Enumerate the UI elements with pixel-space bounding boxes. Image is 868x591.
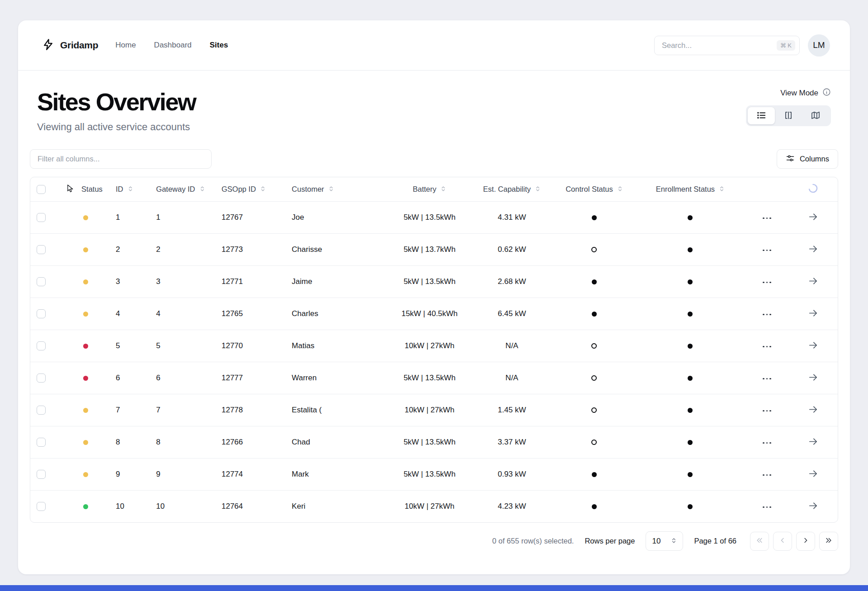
arrow-right-icon	[808, 313, 818, 320]
cell-gsopp-id: 12764	[215, 490, 285, 522]
row-checkbox[interactable]	[37, 277, 46, 286]
enrollment-status-dot	[688, 215, 693, 220]
row-menu-button[interactable]	[761, 278, 773, 287]
table-footer: 0 of 655 row(s) selected. Rows per page …	[30, 523, 838, 551]
row-menu-button[interactable]	[761, 503, 773, 512]
info-icon[interactable]	[822, 88, 831, 99]
column-header-est-capability[interactable]: Est. Capability	[470, 177, 553, 201]
sort-icon	[440, 185, 446, 194]
row-menu-button[interactable]	[761, 407, 773, 416]
page-indicator: Page 1 of 66	[694, 537, 736, 545]
row-open-button[interactable]	[806, 435, 820, 450]
row-menu-button[interactable]	[761, 342, 773, 351]
column-header-gateway-id[interactable]: Gateway ID	[150, 177, 215, 201]
view-map-button[interactable]	[802, 107, 829, 124]
arrow-right-icon	[808, 441, 818, 448]
cell-gateway-id: 2	[150, 233, 215, 265]
column-header-battery[interactable]: Battery	[389, 177, 470, 201]
cell-battery: 5kW | 13.5kWh	[389, 265, 470, 298]
cell-battery: 5kW | 13.5kWh	[389, 458, 470, 490]
row-checkbox[interactable]	[37, 406, 46, 415]
arrow-right-icon	[808, 345, 818, 352]
row-menu-button[interactable]	[761, 374, 773, 383]
search-box[interactable]: ⌘ K	[654, 36, 800, 55]
first-page-button[interactable]	[750, 532, 769, 551]
list-view-icon	[756, 110, 766, 122]
columns-button[interactable]: Columns	[777, 149, 838, 169]
cell-customer: Charles	[285, 298, 389, 330]
row-checkbox[interactable]	[37, 502, 46, 511]
cell-gsopp-id: 12773	[215, 233, 285, 265]
table-row: 5 5 12770 Matias 10kW | 27kWh N/A	[30, 330, 838, 362]
row-open-button[interactable]	[806, 370, 820, 386]
row-open-button[interactable]	[806, 306, 820, 322]
row-open-button[interactable]	[806, 210, 820, 225]
row-menu-button[interactable]	[761, 310, 773, 319]
cell-customer: Matias	[285, 330, 389, 362]
view-list-button[interactable]	[748, 107, 775, 124]
row-open-button[interactable]	[806, 274, 820, 289]
topbar: Gridamp Home Dashboard Sites ⌘ K LM	[18, 20, 850, 71]
double-chevron-left-icon	[755, 536, 764, 546]
cell-customer: Warren	[285, 362, 389, 394]
cell-id: 9	[109, 458, 150, 490]
avatar[interactable]: LM	[808, 34, 830, 57]
row-menu-button[interactable]	[761, 246, 773, 255]
sort-icon	[328, 185, 334, 194]
mouse-cursor-icon	[66, 184, 75, 194]
row-checkbox[interactable]	[37, 213, 46, 222]
row-menu-button[interactable]	[761, 439, 773, 448]
row-checkbox[interactable]	[37, 438, 46, 447]
row-open-button[interactable]	[806, 467, 820, 482]
row-checkbox[interactable]	[37, 245, 46, 254]
row-menu-button[interactable]	[761, 214, 773, 223]
select-chevrons-icon	[671, 537, 677, 546]
status-dot	[83, 247, 88, 252]
cell-gateway-id: 8	[150, 426, 215, 458]
cell-battery: 10kW | 27kWh	[389, 394, 470, 426]
row-menu-button[interactable]	[761, 471, 773, 480]
double-chevron-right-icon	[825, 536, 833, 546]
nav-home[interactable]: Home	[115, 41, 136, 50]
row-open-button[interactable]	[806, 499, 820, 514]
column-header-customer[interactable]: Customer	[285, 177, 389, 201]
row-open-button[interactable]	[806, 242, 820, 257]
column-header-gsopp-id[interactable]: GSOpp ID	[215, 177, 285, 201]
cell-id: 5	[109, 330, 150, 362]
selection-status: 0 of 655 row(s) selected.	[492, 537, 574, 545]
brand[interactable]: Gridamp	[42, 38, 98, 52]
cell-gateway-id: 1	[150, 201, 215, 233]
column-header-control-status[interactable]: Control Status	[553, 177, 635, 201]
table-row: 1 1 12767 Joe 5kW | 13.5kWh 4.31 kW	[30, 201, 838, 233]
last-page-button[interactable]	[819, 532, 838, 551]
row-checkbox[interactable]	[37, 470, 46, 479]
status-dot	[83, 408, 88, 413]
cell-est-capability: 3.37 kW	[470, 426, 553, 458]
search-input[interactable]	[662, 41, 777, 50]
row-checkbox[interactable]	[37, 341, 46, 350]
column-header-status: Status	[71, 177, 109, 201]
row-checkbox[interactable]	[37, 309, 46, 318]
rows-per-page-select[interactable]: 10	[646, 531, 683, 551]
view-mode-label-row: View Mode	[780, 88, 831, 99]
cell-est-capability: 4.31 kW	[470, 201, 553, 233]
row-open-button[interactable]	[806, 338, 820, 354]
cell-gsopp-id: 12770	[215, 330, 285, 362]
row-checkbox[interactable]	[37, 374, 46, 383]
column-header-id[interactable]: ID	[109, 177, 150, 201]
nav-sites[interactable]: Sites	[210, 41, 228, 50]
control-status-dot	[591, 440, 597, 445]
row-open-button[interactable]	[806, 402, 820, 418]
table-toolbar: Columns	[30, 149, 838, 169]
view-split-button[interactable]	[775, 107, 802, 124]
filter-input[interactable]	[30, 149, 212, 169]
cell-est-capability: 6.45 kW	[470, 298, 553, 330]
next-page-button[interactable]	[796, 532, 815, 551]
column-header-enrollment-status[interactable]: Enrollment Status	[635, 177, 746, 201]
control-status-dot	[592, 504, 597, 509]
cell-id: 7	[109, 394, 150, 426]
prev-page-button[interactable]	[773, 532, 792, 551]
select-all-checkbox[interactable]	[37, 185, 46, 194]
nav-dashboard[interactable]: Dashboard	[154, 41, 192, 50]
status-dot	[83, 215, 88, 220]
